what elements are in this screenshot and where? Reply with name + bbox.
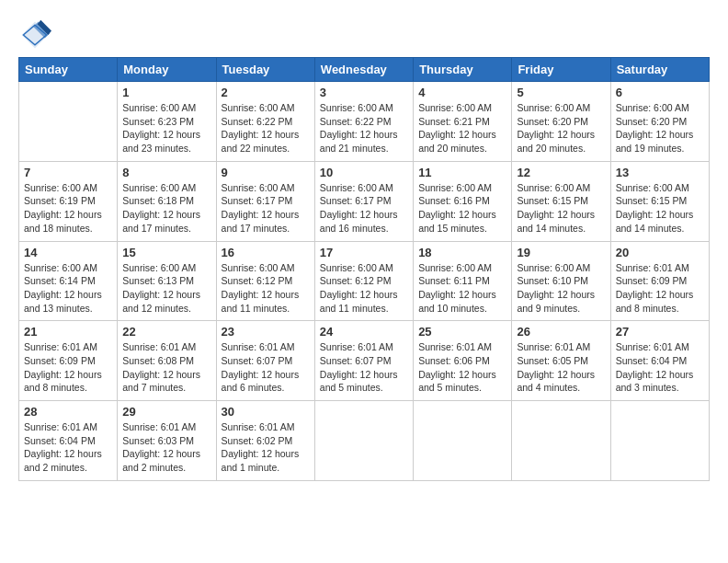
- day-number: 6: [616, 86, 704, 99]
- calendar-week-row: 1Sunrise: 6:00 AM Sunset: 6:23 PM Daylig…: [19, 82, 710, 162]
- day-number: 16: [222, 246, 310, 259]
- day-number: 5: [517, 86, 605, 99]
- calendar-cell: 27Sunrise: 6:01 AM Sunset: 6:04 PM Dayli…: [610, 321, 709, 401]
- calendar-cell: 3Sunrise: 6:00 AM Sunset: 6:22 PM Daylig…: [314, 82, 413, 162]
- day-info: Sunrise: 6:00 AM Sunset: 6:16 PM Dayligh…: [418, 181, 506, 236]
- day-number: 1: [122, 86, 210, 99]
- calendar-cell: 28Sunrise: 6:01 AM Sunset: 6:04 PM Dayli…: [19, 401, 118, 481]
- day-number: 11: [418, 166, 506, 179]
- calendar-cell: [610, 401, 709, 481]
- day-info: Sunrise: 6:01 AM Sunset: 6:04 PM Dayligh…: [24, 420, 112, 475]
- header: [18, 18, 710, 52]
- day-number: 8: [122, 166, 210, 179]
- day-number: 21: [24, 325, 112, 339]
- day-info: Sunrise: 6:01 AM Sunset: 6:08 PM Dayligh…: [122, 340, 210, 395]
- calendar-cell: 29Sunrise: 6:01 AM Sunset: 6:03 PM Dayli…: [118, 401, 216, 481]
- calendar-week-row: 14Sunrise: 6:00 AM Sunset: 6:14 PM Dayli…: [19, 241, 710, 321]
- day-info: Sunrise: 6:01 AM Sunset: 6:07 PM Dayligh…: [222, 340, 310, 395]
- day-number: 22: [122, 325, 210, 339]
- calendar-cell: 26Sunrise: 6:01 AM Sunset: 6:05 PM Dayli…: [512, 321, 610, 401]
- calendar-cell: [512, 401, 610, 481]
- day-info: Sunrise: 6:00 AM Sunset: 6:17 PM Dayligh…: [222, 181, 310, 236]
- day-info: Sunrise: 6:01 AM Sunset: 6:09 PM Dayligh…: [24, 340, 112, 395]
- calendar-cell: [414, 401, 512, 481]
- day-number: 9: [222, 166, 310, 179]
- calendar-cell: 18Sunrise: 6:00 AM Sunset: 6:11 PM Dayli…: [414, 241, 512, 321]
- day-info: Sunrise: 6:00 AM Sunset: 6:22 PM Dayligh…: [222, 101, 310, 155]
- calendar-cell: 22Sunrise: 6:01 AM Sunset: 6:08 PM Dayli…: [118, 321, 216, 401]
- day-number: 19: [517, 246, 605, 259]
- day-number: 15: [122, 246, 210, 259]
- calendar-cell: 24Sunrise: 6:01 AM Sunset: 6:07 PM Dayli…: [314, 321, 413, 401]
- day-info: Sunrise: 6:00 AM Sunset: 6:23 PM Dayligh…: [122, 101, 210, 155]
- calendar-week-row: 7Sunrise: 6:00 AM Sunset: 6:19 PM Daylig…: [19, 161, 710, 241]
- day-info: Sunrise: 6:00 AM Sunset: 6:12 PM Dayligh…: [222, 261, 310, 316]
- calendar-cell: 15Sunrise: 6:00 AM Sunset: 6:13 PM Dayli…: [118, 241, 216, 321]
- calendar-cell: 30Sunrise: 6:01 AM Sunset: 6:02 PM Dayli…: [216, 401, 314, 481]
- day-number: 24: [320, 325, 408, 339]
- weekday-header: Thursday: [414, 58, 512, 82]
- calendar-week-row: 21Sunrise: 6:01 AM Sunset: 6:09 PM Dayli…: [19, 321, 710, 401]
- calendar-cell: 4Sunrise: 6:00 AM Sunset: 6:21 PM Daylig…: [414, 82, 512, 162]
- day-info: Sunrise: 6:00 AM Sunset: 6:12 PM Dayligh…: [320, 261, 408, 316]
- calendar-cell: 23Sunrise: 6:01 AM Sunset: 6:07 PM Dayli…: [216, 321, 314, 401]
- day-number: 18: [418, 246, 506, 259]
- logo-icon: [18, 18, 51, 52]
- day-info: Sunrise: 6:00 AM Sunset: 6:11 PM Dayligh…: [418, 261, 506, 316]
- logo: [18, 18, 55, 52]
- day-info: Sunrise: 6:01 AM Sunset: 6:02 PM Dayligh…: [222, 420, 310, 475]
- day-info: Sunrise: 6:01 AM Sunset: 6:05 PM Dayligh…: [517, 340, 605, 395]
- calendar-cell: 11Sunrise: 6:00 AM Sunset: 6:16 PM Dayli…: [414, 161, 512, 241]
- calendar-cell: 7Sunrise: 6:00 AM Sunset: 6:19 PM Daylig…: [19, 161, 118, 241]
- calendar-cell: 19Sunrise: 6:00 AM Sunset: 6:10 PM Dayli…: [512, 241, 610, 321]
- calendar-cell: 21Sunrise: 6:01 AM Sunset: 6:09 PM Dayli…: [19, 321, 118, 401]
- day-number: 20: [616, 246, 704, 259]
- day-info: Sunrise: 6:00 AM Sunset: 6:14 PM Dayligh…: [24, 261, 112, 316]
- weekday-header: Saturday: [610, 58, 709, 82]
- day-number: 30: [222, 405, 310, 419]
- calendar-cell: 25Sunrise: 6:01 AM Sunset: 6:06 PM Dayli…: [414, 321, 512, 401]
- weekday-header: Wednesday: [314, 58, 413, 82]
- day-number: 14: [24, 246, 112, 259]
- weekday-header: Tuesday: [216, 58, 314, 82]
- day-info: Sunrise: 6:00 AM Sunset: 6:15 PM Dayligh…: [616, 181, 704, 236]
- day-number: 12: [517, 166, 605, 179]
- calendar-cell: 10Sunrise: 6:00 AM Sunset: 6:17 PM Dayli…: [314, 161, 413, 241]
- day-info: Sunrise: 6:00 AM Sunset: 6:20 PM Dayligh…: [517, 101, 605, 155]
- day-info: Sunrise: 6:01 AM Sunset: 6:06 PM Dayligh…: [418, 340, 506, 395]
- day-info: Sunrise: 6:00 AM Sunset: 6:18 PM Dayligh…: [122, 181, 210, 236]
- day-number: 26: [517, 325, 605, 339]
- day-number: 3: [320, 86, 408, 99]
- day-info: Sunrise: 6:01 AM Sunset: 6:09 PM Dayligh…: [616, 261, 704, 316]
- day-number: 13: [616, 166, 704, 179]
- day-info: Sunrise: 6:00 AM Sunset: 6:22 PM Dayligh…: [320, 101, 408, 155]
- day-info: Sunrise: 6:00 AM Sunset: 6:21 PM Dayligh…: [418, 101, 506, 155]
- calendar-cell: 13Sunrise: 6:00 AM Sunset: 6:15 PM Dayli…: [610, 161, 709, 241]
- day-info: Sunrise: 6:00 AM Sunset: 6:10 PM Dayligh…: [517, 261, 605, 316]
- weekday-header: Friday: [512, 58, 610, 82]
- calendar-cell: 12Sunrise: 6:00 AM Sunset: 6:15 PM Dayli…: [512, 161, 610, 241]
- calendar-cell: 9Sunrise: 6:00 AM Sunset: 6:17 PM Daylig…: [216, 161, 314, 241]
- calendar-cell: [314, 401, 413, 481]
- day-info: Sunrise: 6:00 AM Sunset: 6:20 PM Dayligh…: [616, 101, 704, 155]
- calendar-cell: [19, 82, 118, 162]
- day-info: Sunrise: 6:01 AM Sunset: 6:07 PM Dayligh…: [320, 340, 408, 395]
- calendar-cell: 14Sunrise: 6:00 AM Sunset: 6:14 PM Dayli…: [19, 241, 118, 321]
- day-number: 7: [24, 166, 112, 179]
- day-number: 23: [222, 325, 310, 339]
- day-info: Sunrise: 6:00 AM Sunset: 6:15 PM Dayligh…: [517, 181, 605, 236]
- calendar-header-row: SundayMondayTuesdayWednesdayThursdayFrid…: [19, 58, 710, 82]
- weekday-header: Monday: [118, 58, 216, 82]
- calendar-cell: 1Sunrise: 6:00 AM Sunset: 6:23 PM Daylig…: [118, 82, 216, 162]
- day-info: Sunrise: 6:00 AM Sunset: 6:17 PM Dayligh…: [320, 181, 408, 236]
- day-number: 25: [418, 325, 506, 339]
- calendar-table: SundayMondayTuesdayWednesdayThursdayFrid…: [18, 57, 710, 481]
- calendar-cell: 5Sunrise: 6:00 AM Sunset: 6:20 PM Daylig…: [512, 82, 610, 162]
- day-number: 28: [24, 405, 112, 419]
- day-info: Sunrise: 6:01 AM Sunset: 6:03 PM Dayligh…: [122, 420, 210, 475]
- day-info: Sunrise: 6:00 AM Sunset: 6:19 PM Dayligh…: [24, 181, 112, 236]
- calendar-cell: 2Sunrise: 6:00 AM Sunset: 6:22 PM Daylig…: [216, 82, 314, 162]
- calendar-cell: 20Sunrise: 6:01 AM Sunset: 6:09 PM Dayli…: [610, 241, 709, 321]
- day-number: 29: [122, 405, 210, 419]
- calendar-week-row: 28Sunrise: 6:01 AM Sunset: 6:04 PM Dayli…: [19, 401, 710, 481]
